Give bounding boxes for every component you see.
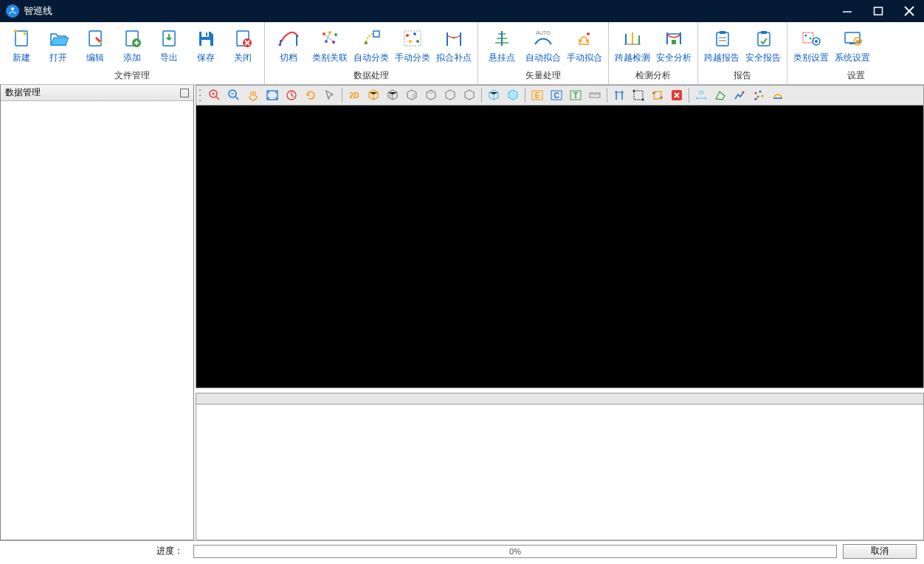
view-2d-button[interactable]: 2D xyxy=(345,86,364,104)
title-bar: 智巡线 xyxy=(0,0,924,22)
svg-rect-94 xyxy=(634,91,643,100)
svg-line-70 xyxy=(216,97,219,100)
ribbon-group-label: 报告 xyxy=(701,68,784,84)
fit-extent-button[interactable] xyxy=(263,86,282,104)
category-settings-button[interactable]: 类别设置 xyxy=(790,24,832,67)
svg-point-32 xyxy=(406,34,409,37)
measure-dist-button[interactable]: m xyxy=(692,86,711,104)
profile-button[interactable] xyxy=(730,86,749,104)
svg-rect-59 xyxy=(761,31,767,34)
toolbar-handle[interactable] xyxy=(199,88,204,103)
new-button[interactable]: 新建 xyxy=(3,24,40,67)
svg-rect-55 xyxy=(720,31,725,34)
svg-point-45 xyxy=(587,32,590,35)
crossing-report-icon xyxy=(710,27,734,50)
svg-point-34 xyxy=(409,40,412,43)
dangling-point-button[interactable]: 悬挂点 xyxy=(481,24,523,67)
auto-classify-button[interactable]: 自动分类 xyxy=(351,24,392,67)
reset-view-button[interactable] xyxy=(282,86,301,104)
svg-point-64 xyxy=(815,40,818,43)
ribbon-group-file: 新建 打开 编辑 添加 导出 保存 关闭 文件管理 xyxy=(0,22,265,84)
data-management-tree[interactable] xyxy=(1,101,193,540)
edit-file-icon xyxy=(83,27,107,50)
undock-icon[interactable] xyxy=(180,89,189,97)
auto-fit-icon: AUTO xyxy=(531,27,555,50)
svg-point-35 xyxy=(416,40,419,43)
scatter-tool-button[interactable] xyxy=(749,86,768,104)
minimize-button[interactable] xyxy=(838,2,856,20)
select-crop-button[interactable] xyxy=(648,86,667,104)
progress-bar: 0% xyxy=(193,545,837,558)
cancel-button[interactable]: 取消 xyxy=(843,544,917,559)
progress-label: 进度： xyxy=(7,545,187,557)
export-icon xyxy=(157,27,181,50)
safety-report-icon xyxy=(751,27,775,50)
ribbon-group-analysis: 跨越检测 安全分析 检测分析 xyxy=(609,22,698,84)
ruler-button[interactable] xyxy=(585,86,604,104)
app-icon xyxy=(6,4,19,18)
ribbon-group-data: 切档 类别关联 自动分类 手动分类 拟合补点 数据处理 xyxy=(265,22,478,84)
crossing-detect-button[interactable]: 跨越检测 xyxy=(612,24,653,67)
cut-section-icon xyxy=(277,27,300,50)
svg-rect-30 xyxy=(373,31,379,37)
edit-button[interactable]: 编辑 xyxy=(77,24,114,67)
view-top-button[interactable] xyxy=(460,86,479,104)
svg-point-95 xyxy=(633,90,635,92)
safety-analysis-button[interactable]: 安全分析 xyxy=(653,24,694,67)
main-body: 数据管理 2D E C xyxy=(0,85,924,540)
close-file-button[interactable]: 关闭 xyxy=(224,24,261,67)
close-button[interactable] xyxy=(900,2,918,20)
ribbon: 新建 打开 编辑 添加 导出 保存 关闭 文件管理 切档 类别关联 自动分类 手… xyxy=(0,22,924,85)
crossing-detect-icon xyxy=(621,27,644,50)
svg-point-109 xyxy=(755,92,757,94)
zoom-in-button[interactable] xyxy=(205,86,224,104)
svg-text:T: T xyxy=(573,92,578,100)
manual-classify-button[interactable]: 手动分类 xyxy=(392,24,433,67)
svg-point-108 xyxy=(742,92,745,94)
label-t-button[interactable]: T xyxy=(566,86,585,104)
svg-marker-107 xyxy=(716,92,725,100)
wireframe-button[interactable] xyxy=(484,86,503,104)
save-button[interactable]: 保存 xyxy=(187,24,224,67)
view-front-button[interactable] xyxy=(383,86,402,104)
svg-point-0 xyxy=(11,7,14,10)
maximize-button[interactable] xyxy=(869,2,887,20)
add-button[interactable]: 添加 xyxy=(114,24,151,67)
open-button[interactable]: 打开 xyxy=(40,24,77,67)
svg-rect-8 xyxy=(100,41,102,44)
pan-button[interactable] xyxy=(244,86,263,104)
lower-panel[interactable] xyxy=(196,405,924,540)
category-link-button[interactable]: 类别关联 xyxy=(309,24,351,67)
auto-fit-button[interactable]: AUTO自动拟合 xyxy=(523,24,564,67)
label-c-button[interactable]: C xyxy=(547,86,566,104)
solid-button[interactable] xyxy=(503,86,523,104)
view-right-button[interactable] xyxy=(441,86,460,104)
fit-fill-button[interactable]: 拟合补点 xyxy=(433,24,475,67)
svg-rect-14 xyxy=(201,32,209,37)
select-tower-button[interactable] xyxy=(610,86,629,104)
view-left-button[interactable] xyxy=(421,86,441,104)
crossing-report-button[interactable]: 跨越报告 xyxy=(701,24,742,67)
svg-point-111 xyxy=(757,96,759,98)
view-back-button[interactable] xyxy=(402,86,421,104)
view-3d-button[interactable] xyxy=(364,86,383,104)
cut-section-button[interactable]: 切档 xyxy=(268,24,309,67)
svg-point-96 xyxy=(642,99,644,101)
svg-rect-16 xyxy=(206,32,207,36)
refresh-button[interactable] xyxy=(301,86,320,104)
zoom-out-button[interactable] xyxy=(224,86,244,104)
select-rect-button[interactable] xyxy=(629,86,648,104)
system-settings-button[interactable]: 系统设置 xyxy=(832,24,873,67)
svg-point-61 xyxy=(805,35,807,37)
label-e-button[interactable]: E xyxy=(528,86,547,104)
safety-report-button[interactable]: 安全报告 xyxy=(742,24,784,67)
measure-area-button[interactable] xyxy=(711,86,730,104)
delete-selection-button[interactable] xyxy=(667,86,686,104)
export-button[interactable]: 导出 xyxy=(151,24,187,67)
legend-button[interactable] xyxy=(768,86,787,104)
3d-viewport[interactable] xyxy=(196,106,924,388)
panel-title-text: 数据管理 xyxy=(5,86,41,99)
manual-fit-button[interactable]: 手动拟合 xyxy=(564,24,605,67)
svg-point-110 xyxy=(759,91,762,93)
pointer-button[interactable] xyxy=(320,86,339,104)
